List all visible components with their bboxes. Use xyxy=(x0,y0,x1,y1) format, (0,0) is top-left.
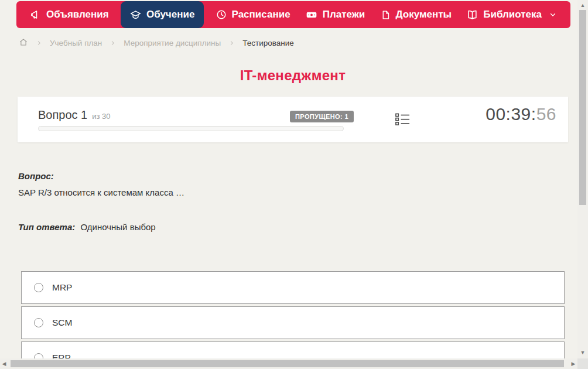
breadcrumb: Учебный план Мероприятие дисциплины Тест… xyxy=(19,36,294,49)
clock-icon xyxy=(216,9,227,20)
vertical-scrollbar[interactable]: ▲ ▼ xyxy=(577,0,588,358)
answer-options: MRP SCM ERP xyxy=(21,271,565,369)
chevron-right-icon xyxy=(110,40,116,46)
home-icon[interactable] xyxy=(19,37,28,49)
question-counter: Вопрос 1 из 30 xyxy=(38,108,111,122)
page-title: IT-менеджмент xyxy=(0,67,586,84)
chevron-down-icon xyxy=(549,11,556,18)
answer-option-scm[interactable]: SCM xyxy=(21,306,565,339)
nav-tab-announcements[interactable]: Объявления xyxy=(27,1,112,28)
banknote-icon xyxy=(306,9,317,20)
nav-tab-label: Библиотека xyxy=(483,9,542,20)
question-number: Вопрос 1 xyxy=(38,108,87,122)
scrollbar-corner xyxy=(577,358,588,369)
question-list-icon[interactable] xyxy=(395,112,411,129)
chevron-right-icon xyxy=(36,40,42,46)
quiz-progress-bar xyxy=(38,126,344,131)
timer: 00:39:56 xyxy=(486,104,556,124)
scroll-left-icon[interactable]: ◀ xyxy=(0,361,8,367)
nav-tab-payments[interactable]: Платежи xyxy=(302,1,369,28)
answer-option-label: SCM xyxy=(52,317,72,328)
vertical-scrollbar-thumb[interactable] xyxy=(579,10,586,205)
nav-tab-learning[interactable]: Обучение xyxy=(121,1,204,28)
question-header-panel: Вопрос 1 из 30 ПРОПУЩЕНО: 1 00:39:56 xyxy=(18,97,568,142)
horizontal-scrollbar[interactable]: ◀ ▶ xyxy=(0,358,577,369)
question-total: из 30 xyxy=(92,112,110,121)
breadcrumb-curriculum[interactable]: Учебный план xyxy=(50,39,102,47)
main-navbar: Объявления Обучение Расписание xyxy=(16,1,570,28)
answer-option-label: MRP xyxy=(52,282,72,293)
nav-tab-library[interactable]: Библиотека xyxy=(463,1,560,28)
nav-tab-label: Документы xyxy=(396,9,452,20)
skipped-badge: ПРОПУЩЕНО: 1 xyxy=(290,111,354,122)
breadcrumb-discipline-event[interactable]: Мероприятие дисциплины xyxy=(124,39,221,47)
radio-button[interactable] xyxy=(34,283,43,292)
timer-seconds: 56 xyxy=(536,104,556,124)
nav-tab-label: Объявления xyxy=(46,9,109,20)
nav-tab-label: Обучение xyxy=(146,9,194,20)
chevron-right-icon xyxy=(228,40,235,46)
book-icon xyxy=(467,9,478,20)
nav-tab-label: Платежи xyxy=(323,9,365,20)
timer-hours-minutes: 00:39: xyxy=(486,104,536,124)
nav-tab-schedule[interactable]: Расписание xyxy=(213,1,294,28)
horizontal-scrollbar-thumb[interactable] xyxy=(11,360,564,367)
question-block: Вопрос: SAP R/3 относится к системам кла… xyxy=(18,171,545,199)
scroll-up-icon[interactable]: ▲ xyxy=(577,3,588,8)
answer-type-label: Тип ответа: xyxy=(18,222,75,232)
question-text: SAP R/3 относится к системам класса … xyxy=(18,186,545,199)
answer-type-row: Тип ответа: Одиночный выбор xyxy=(18,222,156,232)
graduation-cap-icon xyxy=(130,9,141,20)
breadcrumb-testing: Тестирование xyxy=(242,39,294,47)
answer-type-value: Одиночный выбор xyxy=(80,222,155,232)
nav-tab-documents[interactable]: Документы xyxy=(377,1,456,28)
radio-button[interactable] xyxy=(34,318,43,327)
scroll-right-icon[interactable]: ▶ xyxy=(569,361,577,367)
nav-tab-label: Расписание xyxy=(232,9,290,20)
megaphone-icon xyxy=(30,9,41,20)
answer-option-mrp[interactable]: MRP xyxy=(21,271,565,304)
scroll-down-icon[interactable]: ▼ xyxy=(577,350,588,356)
document-icon xyxy=(381,10,391,20)
question-heading: Вопрос: xyxy=(18,171,545,181)
